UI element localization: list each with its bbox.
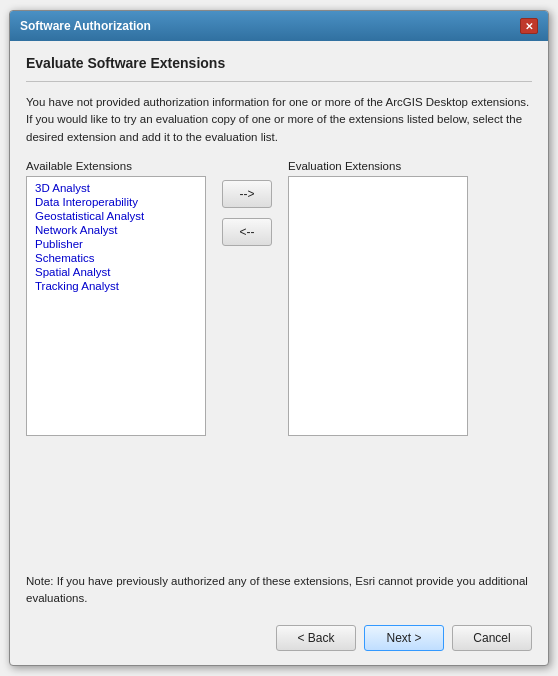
close-icon: ✕ xyxy=(525,21,533,32)
section-title: Evaluate Software Extensions xyxy=(26,55,532,71)
note-text: Note: If you have previously authorized … xyxy=(26,573,532,608)
window-body: Evaluate Software Extensions You have no… xyxy=(10,41,548,665)
list-item[interactable]: Data Interoperability xyxy=(29,195,203,209)
footer: < Back Next > Cancel xyxy=(26,617,532,655)
list-item[interactable]: Tracking Analyst xyxy=(29,279,203,293)
evaluation-panel: Evaluation Extensions xyxy=(288,160,468,436)
description-text: You have not provided authorization info… xyxy=(26,94,532,146)
window-title: Software Authorization xyxy=(20,19,151,33)
list-item[interactable]: Geostatistical Analyst xyxy=(29,209,203,223)
lists-area: Available Extensions 3D Analyst Data Int… xyxy=(26,160,532,559)
list-item[interactable]: Schematics xyxy=(29,251,203,265)
list-item[interactable]: Network Analyst xyxy=(29,223,203,237)
remove-button[interactable]: <-- xyxy=(222,218,272,246)
available-panel: Available Extensions 3D Analyst Data Int… xyxy=(26,160,206,436)
back-button[interactable]: < Back xyxy=(276,625,356,651)
list-item[interactable]: Publisher xyxy=(29,237,203,251)
cancel-button[interactable]: Cancel xyxy=(452,625,532,651)
close-button[interactable]: ✕ xyxy=(520,18,538,34)
list-item[interactable]: Spatial Analyst xyxy=(29,265,203,279)
main-window: Software Authorization ✕ Evaluate Softwa… xyxy=(9,10,549,666)
next-button[interactable]: Next > xyxy=(364,625,444,651)
title-bar: Software Authorization ✕ xyxy=(10,11,548,41)
list-item[interactable]: 3D Analyst xyxy=(29,181,203,195)
available-list-box[interactable]: 3D Analyst Data Interoperability Geostat… xyxy=(26,176,206,436)
add-button[interactable]: --> xyxy=(222,180,272,208)
divider xyxy=(26,81,532,82)
evaluation-list-box[interactable] xyxy=(288,176,468,436)
available-label: Available Extensions xyxy=(26,160,206,172)
transfer-buttons: --> <-- xyxy=(206,180,288,246)
evaluation-label: Evaluation Extensions xyxy=(288,160,468,172)
